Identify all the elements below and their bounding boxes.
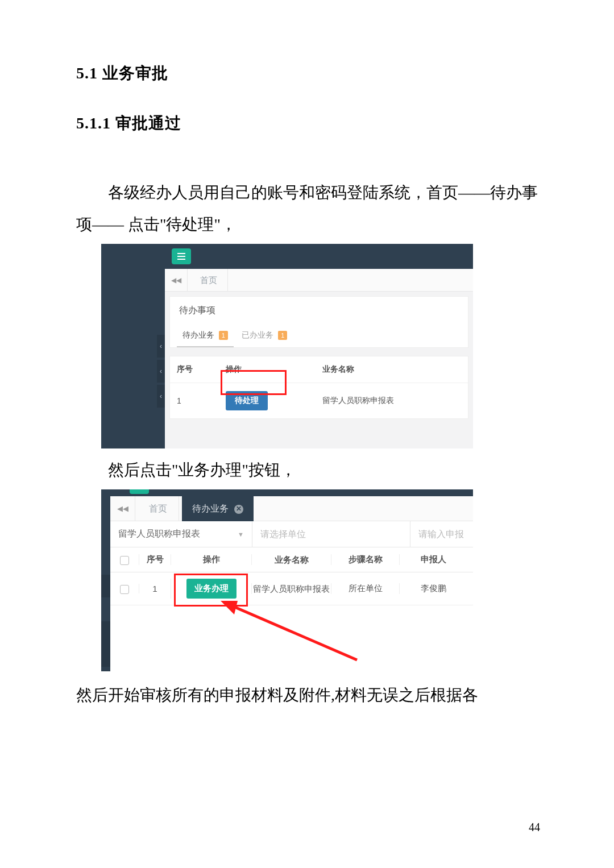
tabbar-back-button[interactable]: ◀◀ — [165, 269, 188, 292]
row-checkbox[interactable] — [120, 585, 129, 594]
sidebar-collapse-1[interactable] — [101, 575, 110, 597]
task-table: 序号 操作 业务名称 1 待处理 留学人员职称申报表 — [169, 356, 468, 419]
screenshot-2: ◀◀ 首页 待办业务 ✕ 留学人员职称申报表 ▼ 请选择单位 请输入申报 序号 … — [101, 489, 473, 671]
badge-done: 1 — [278, 331, 287, 340]
topbar-remnant — [110, 489, 473, 496]
process-button[interactable]: 业务办理 — [186, 579, 237, 599]
tabbar-back-button[interactable]: ◀◀ — [110, 496, 135, 521]
cell-seq: 1 — [170, 388, 221, 413]
sidebar-collapse-1[interactable]: ‹ — [157, 335, 165, 358]
cell-seq: 1 — [139, 584, 171, 593]
subtab-pending-label: 待办业务 — [182, 330, 214, 339]
table-header-row: 序号 操作 业务名称 步骤名称 申报人 — [110, 547, 473, 572]
pending-button[interactable]: 待处理 — [226, 391, 268, 410]
table-row: 1 待处理 留学人员职称申报表 — [170, 383, 468, 418]
tab-home[interactable]: 首页 — [138, 496, 179, 521]
sidebar-collapse-3[interactable] — [101, 644, 110, 667]
col-stepname: 步骤名称 — [331, 554, 399, 565]
sidebar-collapse-2[interactable]: ‹ — [157, 360, 165, 383]
hamburger-bottom-edge — [130, 489, 149, 494]
svg-rect-1 — [177, 256, 185, 257]
col-checkbox — [110, 554, 139, 564]
svg-rect-2 — [177, 259, 185, 260]
heading-5-1-1: 5.1.1 审批通过 — [76, 113, 540, 134]
table-row: 1 业务办理 留学人员职称申报表 所在单位 李俊鹏 — [110, 572, 473, 605]
paragraph-1: 各级经办人员用自己的账号和密码登陆系统，首页——待办事项—— 点击"待处理"， — [76, 177, 540, 240]
col-op: 操作 — [171, 554, 251, 565]
tab-pending-biz-label: 待办业务 — [192, 504, 229, 513]
cell-bizname: 留学人员职称申报表 — [251, 583, 331, 595]
filter-row: 留学人员职称申报表 ▼ 请选择单位 请输入申报 — [110, 521, 473, 547]
col-bizname: 业务名称 — [251, 554, 331, 566]
filter-biztype-select[interactable]: 留学人员职称申报表 ▼ — [110, 521, 252, 547]
hamburger-button[interactable] — [172, 248, 191, 264]
content-area: 待办事项 待办业务 1 已办业务 1 序号 操作 业务名称 1 — [165, 292, 473, 448]
cell-bizname: 留学人员职称申报表 — [318, 388, 468, 414]
screenshot-1: ‹ ‹ ‹ ◀◀ 首页 待办事项 待办业务 1 已办业务 1 — [101, 244, 473, 448]
svg-rect-0 — [177, 253, 185, 254]
caret-down-icon: ▼ — [238, 531, 244, 538]
content-area: 留学人员职称申报表 ▼ 请选择单位 请输入申报 序号 操作 业务名称 步骤名称 … — [110, 521, 473, 671]
cell-op: 待处理 — [221, 383, 318, 418]
sidebar-collapse-2[interactable] — [101, 621, 110, 644]
paragraph-2: 然后点击"业务办理"按钮， — [76, 454, 540, 486]
cell-applicant: 李俊鹏 — [399, 583, 467, 594]
subtab-done[interactable]: 已办业务 1 — [236, 325, 293, 346]
col-applicant: 申报人 — [399, 554, 467, 565]
sub-tabs: 待办业务 1 已办业务 1 — [169, 325, 468, 348]
close-icon[interactable]: ✕ — [234, 505, 243, 514]
subtab-done-label: 已办业务 — [242, 330, 273, 339]
col-seq: 序号 — [170, 356, 221, 383]
table-header-row: 序号 操作 业务名称 — [170, 356, 468, 383]
filter-applicant-input[interactable]: 请输入申报 — [410, 521, 473, 547]
page-number: 44 — [529, 821, 540, 834]
cell-checkbox — [110, 583, 139, 593]
panel-title: 待办事项 — [169, 296, 468, 325]
col-op: 操作 — [221, 356, 318, 383]
col-seq: 序号 — [139, 554, 171, 565]
tab-bar: ◀◀ 首页 — [165, 269, 473, 292]
topbar — [165, 244, 473, 269]
paragraph-3: 然后开始审核所有的申报材料及附件,材料无误之后根据各 — [76, 679, 540, 711]
filter-biztype-value: 留学人员职称申报表 — [118, 528, 200, 540]
sidebar-collapse-3[interactable]: ‹ — [157, 385, 165, 408]
sidebar — [101, 244, 165, 448]
subtab-pending[interactable]: 待办业务 1 — [177, 325, 234, 347]
badge-pending: 1 — [219, 331, 228, 340]
tab-bar: ◀◀ 首页 待办业务 ✕ — [110, 496, 473, 521]
cell-stepname: 所在单位 — [331, 583, 399, 594]
col-bizname: 业务名称 — [318, 356, 468, 383]
cell-op: 业务办理 — [171, 579, 251, 599]
filter-unit-input[interactable]: 请选择单位 — [252, 521, 410, 547]
tab-pending-biz[interactable]: 待办业务 ✕ — [182, 496, 254, 521]
checkbox-all[interactable] — [120, 556, 129, 565]
menu-icon — [177, 253, 185, 260]
heading-5-1: 5.1 业务审批 — [76, 63, 540, 84]
tab-home[interactable]: 首页 — [190, 269, 228, 292]
